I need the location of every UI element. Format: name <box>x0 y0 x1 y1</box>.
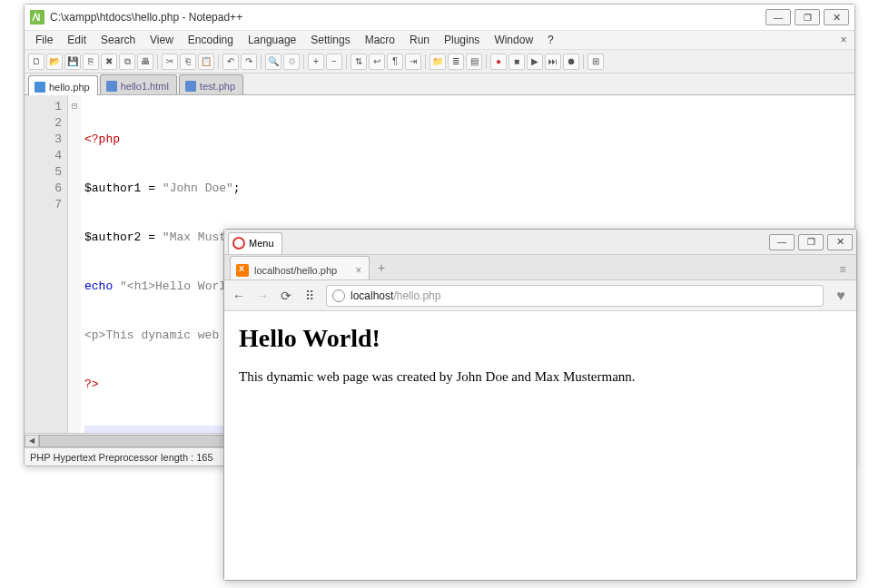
file-icon <box>35 82 45 93</box>
url-host: localhost <box>351 289 393 302</box>
menu-run[interactable]: Run <box>402 32 437 48</box>
site-info-icon[interactable] <box>332 289 345 302</box>
toolbar-record-icon[interactable]: ● <box>490 54 507 70</box>
toolbar-zoomout-icon[interactable]: − <box>326 54 342 70</box>
address-bar[interactable]: localhost/hello.php <box>326 285 824 307</box>
toolbar-separator <box>218 54 219 69</box>
scroll-left-icon[interactable]: ◀ <box>25 435 39 447</box>
menu-window[interactable]: Window <box>487 32 540 48</box>
toolbar-print-icon[interactable]: 🖶 <box>137 54 153 70</box>
tab-label: hello.php <box>49 82 90 93</box>
tab-menu-icon[interactable]: ≡ <box>835 263 851 276</box>
menu-label: Menu <box>249 238 274 249</box>
toolbar-save-icon[interactable]: 💾 <box>64 54 81 70</box>
toolbar-wrap-icon[interactable]: ↩ <box>369 54 385 70</box>
toolbar-zoomin-icon[interactable]: + <box>308 54 324 70</box>
menu-edit[interactable]: Edit <box>60 32 94 48</box>
toolbar-saveall-icon[interactable]: ⎘ <box>83 54 99 70</box>
code-token: ?> <box>84 377 99 391</box>
file-icon <box>185 81 196 92</box>
browser-titlebar[interactable]: Menu — ❐ ✕ <box>224 230 856 255</box>
browser-tabs: localhost/hello.php × + ≡ <box>224 255 856 280</box>
toolbar-misc-icon[interactable]: ⊞ <box>588 54 604 70</box>
code-token: echo <box>84 279 113 293</box>
reload-button[interactable]: ⟳ <box>279 289 293 303</box>
toolbar-paste-icon[interactable]: 📋 <box>198 54 214 70</box>
toolbar-allchars-icon[interactable]: ¶ <box>387 54 403 70</box>
menu-settings[interactable]: Settings <box>303 32 357 48</box>
menu-language[interactable]: Language <box>241 32 303 48</box>
toolbar-redo-icon[interactable]: ↷ <box>241 54 257 70</box>
menu-help[interactable]: ? <box>540 32 561 48</box>
close-button[interactable]: ✕ <box>824 9 849 25</box>
toolbar-find-icon[interactable]: 🔍 <box>265 54 281 70</box>
menu-file[interactable]: File <box>28 32 60 48</box>
toolbar-separator <box>486 54 487 69</box>
tab-close-icon[interactable]: × <box>355 264 361 277</box>
opera-menu-button[interactable]: Menu <box>228 232 282 254</box>
back-button[interactable]: ← <box>232 289 246 303</box>
toolbar-docmap-icon[interactable]: ▤ <box>466 54 482 70</box>
toolbar-new-icon[interactable]: 🗋 <box>28 54 44 70</box>
toolbar-copy-icon[interactable]: ⎗ <box>180 54 196 70</box>
tab-localhost-hello[interactable]: localhost/hello.php × <box>230 256 370 279</box>
toolbar-stop-icon[interactable]: ■ <box>509 54 525 70</box>
file-tabs: hello.php hello1.html test.php <box>25 74 854 95</box>
toolbar-cut-icon[interactable]: ✂ <box>162 54 178 70</box>
toolbar-separator <box>303 54 304 69</box>
toolbar-folder-icon[interactable]: 📁 <box>430 54 446 70</box>
new-tab-button[interactable]: + <box>373 260 390 276</box>
file-icon <box>106 81 117 92</box>
url-path: /hello.php <box>393 289 440 302</box>
fold-column[interactable]: ⊟ <box>68 95 81 433</box>
maximize-button[interactable]: ❐ <box>795 9 820 25</box>
toolbar-play-icon[interactable]: ▶ <box>527 54 543 70</box>
tab-label: localhost/hello.php <box>254 265 337 276</box>
toolbar-close-icon[interactable]: ✖ <box>101 54 117 70</box>
forward-button[interactable]: → <box>255 289 270 303</box>
code-token: $author1 <box>84 181 141 195</box>
toolbar-indent-icon[interactable]: ⇥ <box>405 54 421 70</box>
menubar-close-icon[interactable]: × <box>836 34 851 46</box>
browser-window: Menu — ❐ ✕ localhost/hello.php × + ≡ ← →… <box>223 229 857 581</box>
close-button[interactable]: ✕ <box>827 234 853 250</box>
menu-encoding[interactable]: Encoding <box>181 32 241 48</box>
bookmark-button[interactable]: ♥ <box>833 288 849 304</box>
menu-view[interactable]: View <box>143 32 181 48</box>
minimize-button[interactable]: — <box>769 234 795 250</box>
toolbar-sync-icon[interactable]: ⇅ <box>351 54 367 70</box>
menu-macro[interactable]: Macro <box>358 32 402 48</box>
toolbar-funclist-icon[interactable]: ≣ <box>448 54 464 70</box>
menu-plugins[interactable]: Plugins <box>437 32 487 48</box>
page-paragraph: This dynamic web page was created by Joh… <box>239 369 842 385</box>
toolbar-replace-icon[interactable]: ♲ <box>283 54 300 70</box>
nav-bar: ← → ⟳ ⠿ localhost/hello.php ♥ <box>224 280 856 311</box>
toolbar-playmulti-icon[interactable]: ⏭ <box>545 54 561 70</box>
status-text: PHP Hypertext Preprocessor length : 165 <box>30 452 213 463</box>
menu-search[interactable]: Search <box>94 32 143 48</box>
toolbar-savemacro-icon[interactable]: ⏺ <box>563 54 579 70</box>
tab-test-php[interactable]: test.php <box>179 74 243 94</box>
window-title: C:\xampp\htdocs\hello.php - Notepad++ <box>50 11 765 24</box>
fold-toggle-icon[interactable]: ⊟ <box>68 99 81 115</box>
minimize-button[interactable]: — <box>765 9 791 25</box>
code-token: "John Doe" <box>163 181 233 195</box>
maximize-button[interactable]: ❐ <box>798 234 824 250</box>
tab-hello-php[interactable]: hello.php <box>28 75 98 95</box>
toolbar-separator <box>346 54 347 69</box>
speed-dial-button[interactable]: ⠿ <box>302 289 317 303</box>
toolbar-separator <box>261 54 262 69</box>
npp-titlebar[interactable]: C:\xampp\htdocs\hello.php - Notepad++ — … <box>25 5 854 30</box>
toolbar-open-icon[interactable]: 📂 <box>46 54 63 70</box>
tab-label: test.php <box>200 81 235 92</box>
page-heading: Hello World! <box>239 324 842 353</box>
code-token: $author2 <box>84 230 141 244</box>
window-controls: — ❐ ✕ <box>765 9 849 25</box>
toolbar-closeall-icon[interactable]: ⧉ <box>119 54 135 70</box>
toolbar: 🗋 📂 💾 ⎘ ✖ ⧉ 🖶 ✂ ⎗ 📋 ↶ ↷ 🔍 ♲ + − ⇅ ↩ ¶ ⇥ … <box>25 50 854 74</box>
tab-hello1-html[interactable]: hello1.html <box>100 74 177 94</box>
tab-label: hello1.html <box>121 81 169 92</box>
toolbar-undo-icon[interactable]: ↶ <box>222 54 239 70</box>
app-icon <box>30 10 44 24</box>
toolbar-separator <box>583 54 584 69</box>
